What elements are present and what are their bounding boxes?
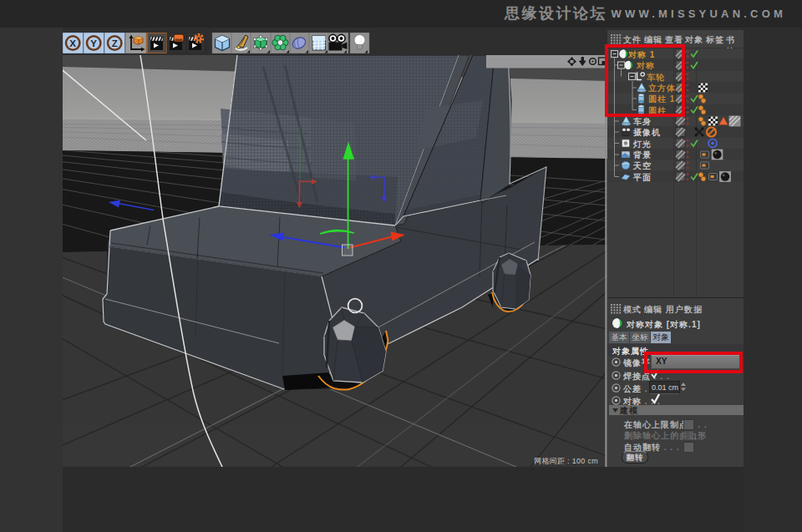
svg-text:网格间距 : 100 cm: 网格间距 : 100 cm <box>534 457 598 465</box>
svg-text:Z: Z <box>112 38 118 48</box>
svg-text:Y: Y <box>90 38 97 48</box>
svg-text:X: X <box>69 38 76 48</box>
